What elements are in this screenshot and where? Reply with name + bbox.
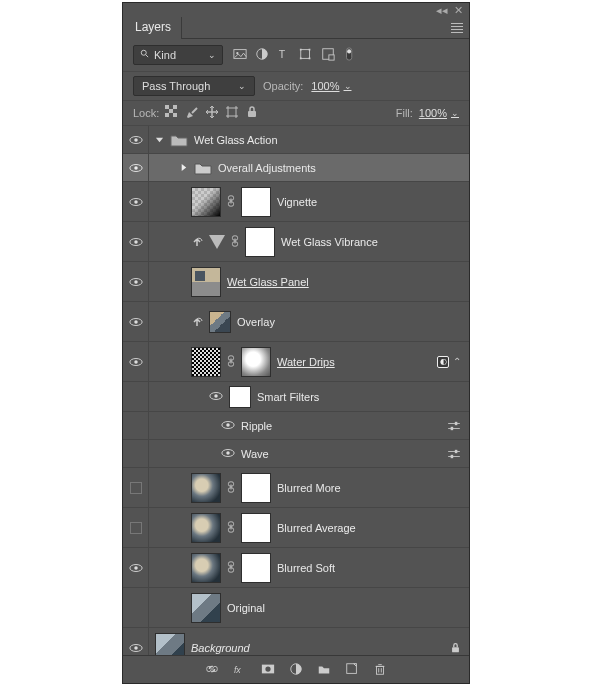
mask-thumb[interactable] [241,347,271,377]
svg-rect-17 [173,105,177,109]
filter-kind-select[interactable]: Kind ⌄ [133,45,223,65]
layer-blurred-more[interactable]: Blurred More [123,468,469,508]
filter-blend-icon[interactable] [447,421,461,431]
link-icon [227,355,235,369]
visibility-toggle[interactable] [221,420,235,432]
svg-point-87 [265,666,270,671]
filter-type-icon[interactable]: T [277,47,291,63]
layer-thumb[interactable] [191,267,221,297]
layer-name: Blurred Average [277,522,356,534]
layer-name: Blurred More [277,482,341,494]
layer-group-overall[interactable]: Overall Adjustments [123,154,469,182]
layer-smart-filters[interactable]: Smart Filters [123,382,469,412]
filter-pixel-icon[interactable] [233,47,247,63]
blend-mode-select[interactable]: Pass Through ⌄ [133,76,255,96]
layer-thumb[interactable] [191,347,221,377]
layer-thumb[interactable] [191,473,221,503]
opacity-value[interactable]: 100% ⌄ [311,80,351,92]
visibility-toggle[interactable] [221,448,235,460]
group-icon[interactable] [317,662,331,678]
mask-thumb[interactable] [245,227,275,257]
layer-thumb[interactable] [191,187,221,217]
visibility-toggle[interactable] [123,154,149,181]
svg-point-35 [134,166,138,170]
svg-line-21 [192,108,197,113]
new-layer-icon[interactable] [345,662,359,678]
lock-position-icon[interactable] [205,105,219,121]
layer-original[interactable]: Original [123,588,469,628]
link-layers-icon[interactable] [205,662,219,678]
visibility-toggle[interactable] [123,508,149,547]
lock-brush-icon[interactable] [185,105,199,121]
bottom-toolbar: fx [123,655,469,683]
disclosure-closed-icon[interactable] [179,162,188,174]
filter-toggle-switch[interactable] [343,47,357,63]
visibility-toggle[interactable] [209,391,223,403]
layer-name: Smart Filters [257,391,319,403]
chevron-up-icon[interactable]: ⌃ [453,356,461,367]
visibility-toggle[interactable] [123,262,149,301]
layer-name: Wet Glass Vibrance [281,236,378,248]
svg-rect-16 [165,105,169,109]
layer-vignette[interactable]: Vignette [123,182,469,222]
filter-shape-icon[interactable] [299,47,313,63]
layer-background[interactable]: Background [123,628,469,655]
mask-icon[interactable] [261,662,275,678]
mask-thumb[interactable] [241,187,271,217]
layer-vibrance[interactable]: Wet Glass Vibrance [123,222,469,262]
filter-wave[interactable]: Wave [123,440,469,468]
layer-blurred-average[interactable]: Blurred Average [123,508,469,548]
svg-point-49 [134,320,138,324]
lock-transparent-icon[interactable] [165,105,179,121]
visibility-toggle[interactable] [123,342,149,381]
collapse-icon[interactable]: ◂◂ [436,4,448,17]
vibrance-icon [209,235,225,249]
mask-thumb[interactable] [241,513,271,543]
svg-point-64 [226,451,230,455]
layer-wet-glass-panel[interactable]: Wet Glass Panel [123,262,469,302]
svg-rect-20 [173,113,177,117]
layers-panel: ◂◂ ✕ Layers Kind ⌄ T Pass Through ⌄ Opa [122,2,470,684]
layer-thumb[interactable] [191,593,221,623]
panel-top-controls: ◂◂ ✕ [123,3,469,17]
layer-thumb[interactable] [191,513,221,543]
fx-icon[interactable]: fx [233,662,247,678]
filter-smart-icon[interactable] [321,47,335,63]
filter-blend-icon[interactable] [447,449,461,459]
filter-adjust-icon[interactable] [255,47,269,63]
visibility-toggle[interactable] [123,126,149,153]
visibility-toggle[interactable] [123,302,149,341]
filter-mask-thumb[interactable] [229,386,251,408]
layer-thumb[interactable] [209,311,231,333]
svg-point-33 [134,138,138,142]
layer-thumb[interactable] [155,633,185,656]
panel-menu-icon[interactable] [445,21,463,35]
lock-artboard-icon[interactable] [225,105,239,121]
layer-group-wet-glass[interactable]: Wet Glass Action [123,126,469,154]
visibility-toggle[interactable] [123,628,149,655]
close-icon[interactable]: ✕ [454,4,463,17]
disclosure-open-icon[interactable] [155,134,164,146]
filter-name: Wave [241,448,269,460]
visibility-toggle[interactable] [123,222,149,261]
adjustment-icon[interactable] [289,662,303,678]
layer-water-drips[interactable]: Water Drips ◐ ⌃ [123,342,469,382]
opacity-label: Opacity: [263,80,303,92]
lock-all-icon[interactable] [245,105,259,121]
layer-name: Blurred Soft [277,562,335,574]
visibility-toggle[interactable] [123,548,149,587]
visibility-toggle[interactable] [123,468,149,507]
layer-overlay[interactable]: Overlay [123,302,469,342]
tab-layers[interactable]: Layers [123,17,182,39]
layer-blurred-soft[interactable]: Blurred Soft [123,548,469,588]
svg-point-47 [134,280,138,284]
trash-icon[interactable] [373,662,387,678]
visibility-toggle[interactable] [123,182,149,221]
svg-point-58 [226,423,230,427]
layer-thumb[interactable] [191,553,221,583]
mask-thumb[interactable] [241,473,271,503]
fill-value[interactable]: 100% ⌄ [419,107,459,119]
filter-ripple[interactable]: Ripple [123,412,469,440]
mask-thumb[interactable] [241,553,271,583]
layer-name: Background [191,642,250,654]
